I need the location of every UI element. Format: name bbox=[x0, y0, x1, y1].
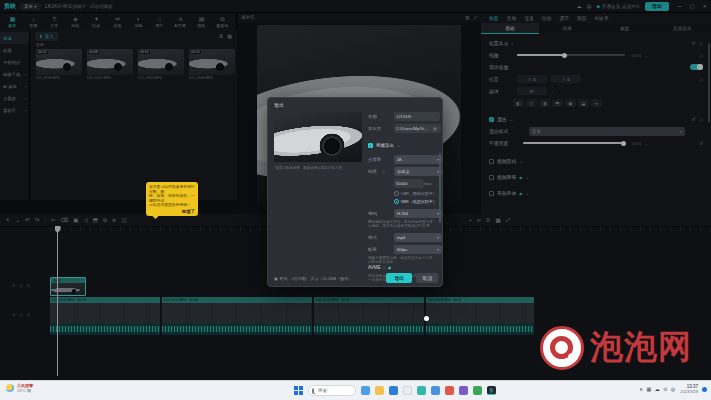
name-input[interactable]: 1月24日 bbox=[394, 112, 440, 121]
taskbar: 大风预警 13°C 晴 剪 ∧ ▦ ☁ ⊙ ◎ 13:37 2023/3/28 bbox=[0, 380, 711, 400]
bitrate-input[interactable]: 50000 bbox=[394, 179, 424, 188]
dialog-title: 导出 bbox=[274, 102, 284, 108]
name-label: 名称 bbox=[368, 114, 377, 119]
tray-cloud-icon[interactable]: ☁ bbox=[655, 386, 660, 392]
taskbar-app-mail[interactable] bbox=[431, 386, 440, 395]
vbr-option[interactable]: VBR（动态比特率） bbox=[394, 199, 437, 204]
path-label: 导出至 bbox=[368, 126, 381, 131]
taskbar-app-wechat[interactable] bbox=[473, 386, 482, 395]
paopao-logo-icon bbox=[540, 326, 584, 370]
taskbar-app-settings[interactable] bbox=[403, 386, 412, 395]
video-export-section[interactable]: ✓ 视频导出 ⌄ bbox=[368, 143, 400, 148]
export-preview bbox=[274, 112, 362, 162]
video-export-checkbox[interactable]: ✓ bbox=[368, 143, 373, 148]
fps-dropdown[interactable]: 60fps▾ bbox=[394, 245, 442, 254]
preview-caption: *画面为预览效果，最终效果以导出文件为准。 bbox=[274, 166, 366, 170]
chevron-down-icon: ⌄ bbox=[397, 143, 400, 148]
fps-hint: 高帧率画面更流畅，相应的文件大小与导出时间也会增加 bbox=[368, 256, 434, 265]
watermark: 泡泡网 bbox=[540, 325, 692, 370]
tooltip-confirm-button[interactable]: 知道了 bbox=[149, 209, 195, 214]
path-input[interactable]: C:/Users/My/Videos/... bbox=[394, 124, 431, 133]
date: 2023/3/28 bbox=[680, 389, 698, 394]
tray-expand-icon[interactable]: ∧ bbox=[639, 386, 643, 392]
avme-row: AVME ⓘ ◆ bbox=[368, 265, 391, 270]
dialog-cancel-button[interactable]: 取消 bbox=[416, 273, 438, 283]
export-summary: ▣ 时长：1分19秒 大小：51.2MB（预估） bbox=[274, 276, 352, 281]
weather-icon bbox=[6, 384, 14, 392]
weather-widget[interactable]: 大风预警 13°C 晴 bbox=[6, 383, 33, 393]
watermark-text: 泡泡网 bbox=[590, 325, 692, 370]
tooltip-text: 可以在这里直接使用哦！ bbox=[149, 203, 195, 208]
taskbar-app-taskview[interactable] bbox=[361, 386, 370, 395]
cbr-option[interactable]: CBR（固定比特率） bbox=[394, 191, 437, 196]
folder-browse-button[interactable]: ▤ bbox=[429, 124, 441, 133]
tray-shield-icon[interactable]: ▦ bbox=[646, 386, 651, 392]
tooltip-text: 在这里可以对轨道素材进行分割、删 bbox=[149, 185, 195, 194]
info-icon: ⓘ bbox=[382, 266, 386, 270]
bitrate-unit: kbps bbox=[424, 181, 432, 186]
vip-diamond-icon: ◆ bbox=[388, 265, 391, 270]
taskbar-app-music[interactable] bbox=[459, 386, 468, 395]
format-label: 格式 bbox=[368, 235, 377, 240]
notification-badge[interactable] bbox=[702, 387, 707, 392]
search-icon bbox=[312, 388, 314, 394]
taskbar-app-edge[interactable] bbox=[389, 386, 398, 395]
feature-tooltip: 在这里可以对轨道素材进行分割、删 除、定格、倒放等操作，一键防抖也 可以在这里直… bbox=[146, 182, 198, 216]
cbr-radio[interactable] bbox=[394, 191, 399, 196]
avme-label: AVME bbox=[368, 265, 380, 270]
taskbar-app-jianying-active[interactable]: 剪 bbox=[487, 386, 496, 395]
weather-temp: 13°C 晴 bbox=[17, 388, 33, 393]
fps-label: 帧率 bbox=[368, 247, 377, 252]
search-input[interactable] bbox=[316, 387, 354, 394]
resolution-label: 分辨率 bbox=[368, 157, 381, 162]
taskbar-app-photos[interactable] bbox=[445, 386, 454, 395]
taskbar-search[interactable] bbox=[308, 385, 356, 396]
tray-volume-icon[interactable]: ◎ bbox=[671, 386, 675, 392]
start-button[interactable] bbox=[294, 386, 303, 395]
folder-icon: ▤ bbox=[433, 126, 437, 131]
codec-dropdown[interactable]: H.264▾ bbox=[394, 209, 442, 218]
tooltip-text: 除、定格、倒放等操作，一键防抖也 bbox=[149, 194, 195, 203]
clock-icon: ▣ bbox=[274, 276, 278, 281]
codec-hint: 硬件编码加速已开启，将优先使用显卡进行编码，提升导出速度并降低CPU占用 bbox=[368, 220, 434, 229]
format-dropdown[interactable]: mp4▾ bbox=[394, 233, 442, 242]
dialog-scrollbar[interactable] bbox=[439, 153, 441, 223]
info-icon: ⓘ bbox=[382, 170, 386, 174]
vbr-radio[interactable] bbox=[394, 199, 399, 204]
tray-network-icon[interactable]: ⊙ bbox=[663, 386, 667, 392]
taskbar-app-explorer[interactable] bbox=[375, 386, 384, 395]
codec-label: 编码 bbox=[368, 211, 377, 216]
taskbar-app-store[interactable] bbox=[417, 386, 426, 395]
clock[interactable]: 13:37 2023/3/28 bbox=[680, 384, 698, 394]
export-dialog: 导出 *画面为预览效果，最终效果以导出文件为准。 名称 1月24日 导出至 C:… bbox=[267, 97, 443, 287]
bitrate-label: 码率 bbox=[368, 169, 377, 174]
resolution-dropdown[interactable]: 4K▾ bbox=[394, 155, 442, 164]
bitrate-mode-dropdown[interactable]: 自定义▾ bbox=[394, 167, 442, 176]
dialog-export-button[interactable]: 导出 bbox=[386, 273, 412, 283]
